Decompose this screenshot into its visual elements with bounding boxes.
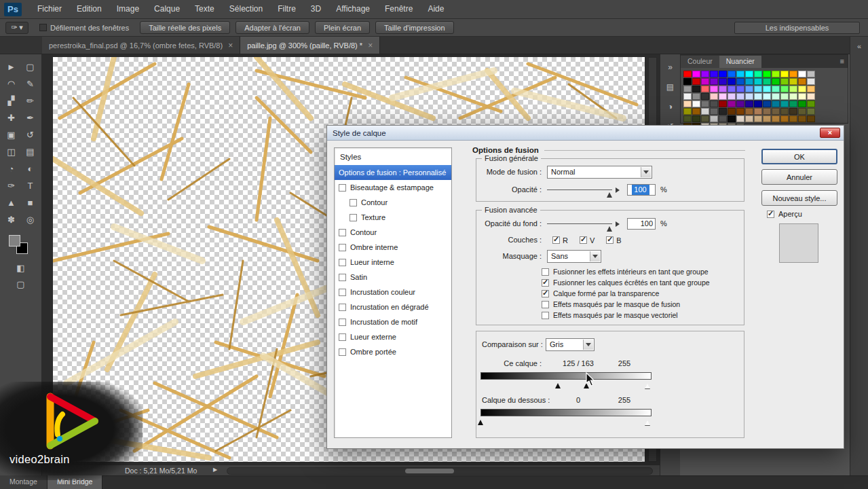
color-swatch[interactable] (798, 78, 806, 85)
checkbox[interactable] (542, 279, 549, 287)
color-swatch[interactable] (719, 101, 727, 107)
opacity-value-input[interactable]: 100 (627, 184, 656, 196)
horizontal-scrollbar[interactable] (227, 467, 653, 475)
styles-item[interactable]: Lueur interne (335, 255, 451, 270)
foreground-color[interactable] (9, 235, 20, 247)
tool-path-select[interactable]: ▲ (2, 194, 21, 211)
checkbox[interactable] (580, 236, 587, 244)
color-swatch[interactable] (763, 71, 771, 77)
tool-quick-select[interactable]: ✎ (21, 75, 40, 92)
color-swatch[interactable] (701, 101, 709, 107)
color-swatch[interactable] (780, 86, 789, 92)
color-swatch[interactable] (710, 71, 718, 77)
menu-item[interactable]: Image (109, 0, 147, 18)
color-swatch[interactable] (789, 71, 797, 77)
new-style-button[interactable]: Nouveau style... (761, 190, 837, 206)
preview-option[interactable]: Aperçu (767, 210, 802, 218)
color-swatch[interactable] (745, 115, 753, 122)
color-swatch[interactable] (728, 108, 736, 115)
color-swatch[interactable] (710, 101, 718, 107)
advanced-option[interactable]: Effets masqués par le masque de fusion (542, 299, 710, 310)
color-swatch[interactable] (807, 108, 815, 115)
blend-if-black-slider[interactable] (555, 380, 561, 388)
color-swatch[interactable] (683, 78, 692, 85)
opacity-slider-thumb[interactable] (607, 189, 612, 198)
styles-item-selected[interactable]: Options de fusion : Personnalisé (335, 165, 451, 180)
color-swatch[interactable] (736, 86, 744, 92)
tool-dodge[interactable]: ◐ (21, 160, 40, 177)
checkbox[interactable] (542, 301, 549, 308)
color-swatch[interactable] (701, 86, 709, 92)
style-checkbox[interactable] (339, 289, 346, 296)
style-checkbox[interactable] (350, 199, 357, 206)
styles-item[interactable]: Contour (335, 195, 451, 210)
menu-item[interactable]: Calque (147, 0, 187, 18)
color-swatch[interactable] (728, 115, 736, 122)
tool-pen[interactable]: ✑ (2, 177, 21, 194)
color-swatch[interactable] (701, 78, 709, 85)
tool-marquee[interactable]: ▢ (21, 58, 40, 75)
color-swatch[interactable] (692, 101, 700, 107)
color-swatch[interactable] (754, 86, 762, 92)
checkbox[interactable] (542, 312, 549, 319)
menu-item[interactable]: Sélection (222, 0, 270, 18)
advanced-option[interactable]: Fusionner les calques écrêtés en tant qu… (542, 277, 710, 288)
color-swatch[interactable] (736, 93, 744, 100)
color-swatch[interactable] (719, 86, 727, 92)
color-swatch[interactable] (772, 115, 780, 122)
tool-history-brush[interactable]: ↺ (21, 126, 40, 143)
color-swatch[interactable] (745, 86, 753, 92)
options-button[interactable]: Plein écran (315, 21, 370, 34)
color-swatch[interactable] (683, 101, 692, 107)
color-swatch[interactable] (710, 86, 718, 92)
color-swatch[interactable] (754, 78, 762, 85)
ok-button[interactable]: OK (761, 149, 837, 164)
advanced-option[interactable]: Effets masqués par le masque vectoriel (542, 310, 710, 321)
color-swatch[interactable] (754, 108, 762, 115)
color-swatch[interactable] (772, 78, 780, 85)
styles-item[interactable]: Lueur externe (335, 329, 451, 344)
status-popup-arrow-icon[interactable]: ▶ (213, 467, 217, 473)
color-swatch[interactable] (763, 78, 771, 85)
color-swatch[interactable] (754, 101, 762, 107)
foreground-background-swatches[interactable] (7, 235, 35, 258)
color-swatch[interactable] (807, 86, 815, 92)
color-swatch[interactable] (798, 86, 806, 92)
styles-item[interactable]: Incrustation couleur (335, 285, 451, 300)
workspace-selector[interactable]: Les indispensables (734, 22, 860, 34)
blend-if-white-slider[interactable] (645, 380, 650, 388)
color-swatch[interactable] (798, 101, 806, 107)
color-swatch[interactable] (780, 115, 789, 122)
color-swatch[interactable] (736, 71, 744, 77)
color-swatch[interactable] (807, 78, 815, 85)
fill-opacity-value-input[interactable]: 100 (627, 218, 656, 230)
color-swatch[interactable] (719, 115, 727, 122)
color-swatch[interactable] (754, 93, 762, 100)
color-swatch[interactable] (683, 86, 692, 92)
color-swatch[interactable] (772, 101, 780, 107)
color-swatch[interactable] (728, 101, 736, 107)
tool-brush[interactable]: ✒ (21, 109, 40, 126)
tool-hand[interactable]: ✽ (2, 211, 21, 228)
color-swatch[interactable] (728, 78, 736, 85)
style-checkbox[interactable] (339, 333, 346, 341)
this-layer-gradient-bar[interactable] (480, 372, 652, 380)
blend-if-dropdown[interactable]: Gris (546, 338, 595, 351)
menu-item[interactable]: Edition (69, 0, 109, 18)
underlying-gradient-bar[interactable] (480, 409, 652, 416)
channel-checkbox[interactable]: B (606, 236, 621, 244)
quick-mask-icon[interactable]: ◧ (16, 262, 24, 273)
style-checkbox[interactable] (339, 274, 346, 281)
tool-crop[interactable]: ▞ (2, 92, 21, 109)
color-swatch[interactable] (719, 93, 727, 100)
tool-healing[interactable]: ✚ (2, 109, 21, 126)
color-swatch[interactable] (780, 71, 789, 77)
color-swatch[interactable] (701, 71, 709, 77)
style-checkbox[interactable] (339, 184, 346, 192)
color-swatch[interactable] (683, 108, 692, 115)
options-button[interactable]: Taille d'impression (375, 21, 454, 34)
style-checkbox[interactable] (339, 259, 346, 266)
tool-gradient[interactable]: ▤ (21, 143, 40, 160)
tool-preset-picker[interactable]: ✑▾ (5, 22, 29, 34)
color-swatch[interactable] (763, 101, 771, 107)
